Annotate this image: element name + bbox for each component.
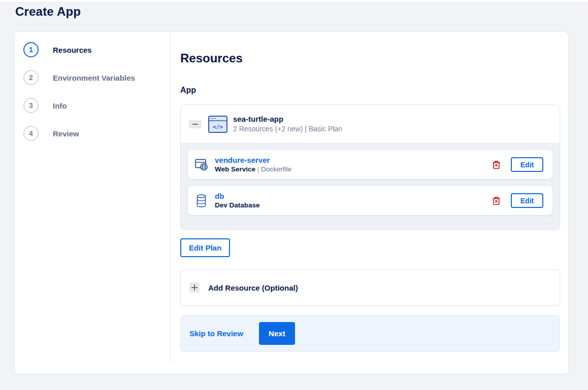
step-label: Resources	[53, 46, 92, 54]
sidebar-divider	[170, 32, 170, 363]
step-number-badge: 3	[23, 98, 39, 113]
resource-subtitle: Dev Database	[215, 201, 260, 210]
step-number-badge: 2	[23, 70, 39, 85]
delete-trash-icon[interactable]	[492, 159, 501, 170]
resource-detail: Dockerfile	[255, 165, 291, 173]
resource-texts: db Dev Database	[215, 191, 260, 210]
svg-text:</>: </>	[213, 124, 223, 130]
step-label: Environment Variables	[53, 74, 135, 82]
app-meta: 2 Resources (+2 new) | Basic Plan	[233, 124, 342, 134]
delete-trash-icon[interactable]	[492, 195, 501, 206]
resource-name-link[interactable]: vendure-server	[215, 155, 291, 165]
resources-heading: Resources	[180, 51, 243, 65]
app-section-label: App	[180, 86, 196, 95]
resource-row-vendure-server: vendure-server Web ServiceDockerfile Edi…	[188, 150, 552, 179]
page-title: Create App	[15, 5, 81, 19]
step-review[interactable]: 4 Review	[23, 126, 79, 141]
app-group-card: </> sea-turtle-app 2 Resources (+2 new) …	[180, 104, 560, 230]
edit-resource-button[interactable]: Edit	[511, 193, 543, 208]
step-info[interactable]: 3 Info	[23, 98, 67, 113]
plus-icon[interactable]	[189, 282, 200, 293]
resource-subtitle: Web ServiceDockerfile	[215, 165, 291, 174]
resource-row-db: db Dev Database Edit	[188, 186, 552, 215]
step-label: Review	[53, 129, 79, 138]
resource-type: Web Service	[215, 165, 255, 173]
app-group-header: </> sea-turtle-app 2 Resources (+2 new) …	[181, 105, 560, 143]
add-resource-label: Add Resource (Optional)	[208, 283, 298, 292]
edit-plan-button[interactable]: Edit Plan	[180, 238, 230, 257]
collapse-minus-icon[interactable]	[189, 120, 202, 128]
database-icon	[194, 194, 208, 207]
next-button[interactable]: Next	[259, 322, 295, 345]
resource-texts: vendure-server Web ServiceDockerfile	[215, 155, 291, 174]
step-label: Info	[53, 101, 67, 110]
web-service-icon	[194, 159, 208, 171]
add-resource-section[interactable]: Add Resource (Optional)	[180, 269, 560, 306]
step-resources[interactable]: 1 Resources	[23, 42, 92, 57]
top-nav-edge	[0, 0, 588, 3]
app-group-body: vendure-server Web ServiceDockerfile Edi…	[181, 143, 560, 229]
resource-name-link[interactable]: db	[215, 191, 260, 201]
step-environment-variables[interactable]: 2 Environment Variables	[23, 70, 135, 85]
wizard-footer: Skip to Review Next	[180, 315, 560, 352]
app-group-titles: sea-turtle-app 2 Resources (+2 new) | Ba…	[233, 114, 342, 134]
step-number-badge: 4	[23, 126, 39, 141]
app-name: sea-turtle-app	[233, 114, 342, 124]
create-app-card: 1 Resources 2 Environment Variables 3 In…	[14, 31, 569, 374]
resource-type: Dev Database	[215, 201, 260, 209]
step-number-badge: 1	[23, 42, 39, 57]
app-code-window-icon: </>	[208, 116, 227, 133]
edit-resource-button[interactable]: Edit	[511, 157, 543, 172]
skip-to-review-link[interactable]: Skip to Review	[189, 329, 243, 338]
